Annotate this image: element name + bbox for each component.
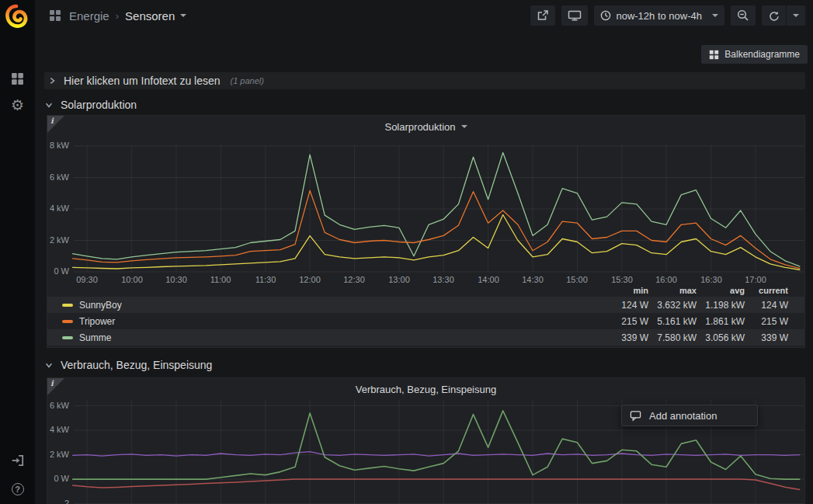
add-annotation-menu-item[interactable]: Add annotation [621, 405, 758, 426]
panel-title: Solarproduktion [384, 121, 455, 133]
row-header-solarproduktion[interactable]: Solarproduktion [44, 96, 805, 113]
refresh-button[interactable] [762, 5, 786, 26]
y-axis-tick-label: 0 W [47, 474, 69, 483]
grafana-logo[interactable] [4, 4, 29, 29]
panel-title-caret-icon [461, 125, 467, 131]
series-color-dash[interactable] [62, 336, 73, 339]
dashboard-grid-icon[interactable] [49, 9, 61, 22]
help-icon: ? [12, 483, 24, 495]
y-axis-tick-label: 0 W [47, 266, 69, 276]
legend-header-current[interactable]: current [745, 286, 788, 295]
legend-value-current: 339 W [745, 332, 788, 343]
y-axis-tick-label: 2 kW [47, 450, 69, 459]
time-range-picker[interactable]: now-12h to now-4h [594, 5, 724, 26]
x-axis-tick-label: 12:00 [299, 275, 321, 284]
y-axis-tick-label: -2 kW [47, 499, 69, 504]
time-range-caret-icon [712, 14, 718, 20]
row-header-infotext[interactable]: Hier klicken um Infotext zu lesen (1 pan… [44, 72, 805, 89]
y-axis-tick-label: 8 kW [47, 141, 69, 150]
legend-series-name[interactable]: Tripower [79, 316, 115, 327]
chevron-down-icon [44, 100, 54, 109]
legend-value-current: 124 W [745, 300, 788, 311]
share-icon [537, 9, 549, 22]
panel-title-menu[interactable]: Verbrauch, Bezug, Einspeisung [47, 378, 804, 400]
row-title: Verbrauch, Bezug, Einspeisung [61, 359, 212, 371]
refresh-button-group [762, 5, 805, 26]
x-axis-tick-label: 13:30 [433, 275, 454, 284]
gear-icon: ⚙ [11, 98, 24, 113]
panel-title-menu[interactable]: Solarproduktion [47, 116, 804, 137]
solar-chart-plot[interactable]: 8 kW6 kW4 kW2 kW0 W09:3010:0010:3011:001… [47, 141, 806, 285]
legend-header-row: min max avg current [47, 284, 804, 297]
row-title: Solarproduktion [61, 99, 137, 111]
y-axis-tick-label: 4 kW [47, 203, 69, 213]
dashboards-grid-icon [11, 72, 24, 85]
x-axis-tick-label: 09:30 [76, 275, 98, 284]
legend-value-max: 3.632 kW [648, 300, 697, 311]
x-axis-tick-label: 14:00 [478, 275, 499, 284]
breadcrumb-folder[interactable]: Energie [69, 9, 109, 23]
sidebar-item-dashboards[interactable] [0, 65, 35, 92]
monitor-icon [568, 9, 582, 22]
legend-row-sunnyboy: SunnyBoy 124 W 3.632 kW 1.198 kW 124 W [47, 297, 804, 313]
breadcrumb-dashboard[interactable]: Sensoren [125, 9, 175, 23]
legend-header-avg[interactable]: avg [697, 286, 745, 295]
row-header-verbrauch[interactable]: Verbrauch, Bezug, Einspeisung [44, 356, 805, 374]
x-axis-tick-label: 14:30 [522, 275, 544, 284]
bar-charts-grid-icon [709, 50, 719, 60]
legend-value-max: 7.580 kW [648, 332, 697, 343]
sidebar-item-help[interactable]: ? [0, 476, 35, 502]
legend-series-name[interactable]: SunnyBoy [79, 300, 122, 311]
comment-icon [630, 410, 641, 422]
row-title: Hier klicken um Infotext zu lesen [64, 75, 221, 87]
x-axis-tick-label: 11:30 [255, 275, 276, 284]
bar-charts-link-button[interactable]: Balkendiagramme [701, 45, 808, 64]
series-color-dash[interactable] [62, 304, 73, 307]
tv-mode-button[interactable] [561, 5, 588, 26]
breadcrumb-caret-icon[interactable] [180, 14, 186, 20]
series-color-dash[interactable] [62, 320, 73, 323]
panel-title: Verbrauch, Bezug, Einspeisung [356, 384, 496, 395]
legend-header-min[interactable]: min [600, 286, 648, 295]
legend-header-max[interactable]: max [648, 286, 697, 295]
legend-value-min: 339 W [600, 332, 648, 343]
add-annotation-label: Add annotation [649, 410, 717, 422]
bar-charts-label: Balkendiagramme [724, 49, 800, 60]
grafana-flame-icon [4, 4, 29, 29]
refresh-icon [768, 10, 780, 22]
sidebar-item-sign-in[interactable] [0, 447, 35, 474]
legend-value-current: 215 W [745, 316, 788, 327]
y-axis-tick-label: 4 kW [47, 425, 69, 434]
x-axis-tick-label: 11:00 [210, 275, 231, 284]
legend-table: min max avg current SunnyBoy 124 W 3.632… [47, 284, 804, 346]
x-axis-tick-label: 16:30 [700, 275, 722, 284]
refresh-interval-dropdown[interactable] [786, 5, 805, 26]
breadcrumb-separator-icon: › [116, 10, 119, 22]
legend-value-min: 124 W [600, 300, 648, 311]
share-button[interactable] [530, 5, 555, 26]
x-axis-tick-label: 10:30 [165, 275, 187, 284]
row-panel-count: (1 panel) [231, 76, 264, 85]
y-axis-tick-label: 6 kW [47, 172, 69, 182]
legend-row-summe: Summe 339 W 7.580 kW 3.056 kW 339 W [47, 329, 804, 346]
legend-value-avg: 1.861 kW [697, 316, 745, 327]
zoom-out-icon [737, 9, 749, 22]
chevron-down-icon [44, 360, 54, 370]
chevron-right-icon [47, 76, 57, 85]
clock-icon [600, 10, 611, 21]
panel-verbrauch: i Verbrauch, Bezug, Einspeisung 6 kW4 kW… [47, 377, 805, 504]
y-axis-tick-label: 2 kW [47, 235, 69, 245]
panel-solarproduktion: i Solarproduktion 8 kW6 kW4 kW2 kW0 W09:… [47, 115, 805, 348]
legend-value-min: 215 W [600, 316, 648, 327]
x-axis-tick-label: 15:30 [611, 275, 633, 284]
refresh-caret-icon [793, 14, 799, 20]
sign-in-icon [11, 454, 25, 468]
legend-value-max: 5.161 kW [648, 316, 697, 327]
x-axis-tick-label: 17:00 [745, 275, 766, 284]
side-menu: ⚙ ? [0, 0, 35, 504]
legend-series-name[interactable]: Summe [79, 332, 111, 343]
x-axis-tick-label: 12:30 [343, 275, 365, 284]
zoom-out-button[interactable] [731, 5, 756, 26]
legend-value-avg: 3.056 kW [697, 332, 745, 343]
sidebar-item-configuration[interactable]: ⚙ [0, 92, 35, 118]
